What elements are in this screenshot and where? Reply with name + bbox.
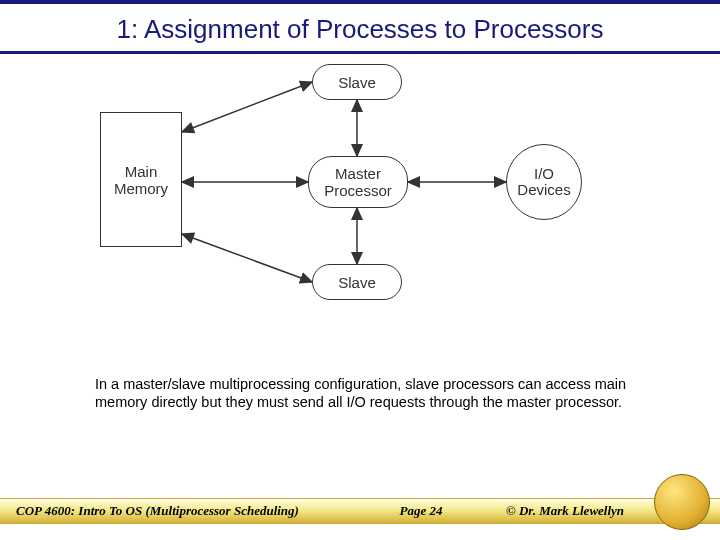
ucf-pegasus-logo [654,474,710,530]
node-master-label: Master Processor [324,165,392,200]
node-io-devices: I/O Devices [506,144,582,220]
footer: COP 4600: Intro To OS (Multiprocessor Sc… [0,498,720,524]
node-slave-bottom-label: Slave [338,274,376,291]
node-main-memory-label: Main Memory [114,163,168,197]
footer-page: Page 24 [356,503,486,519]
node-io-label: I/O Devices [517,166,570,199]
caption-text: In a master/slave multiprocessing config… [95,375,635,411]
svg-line-0 [182,82,312,132]
node-main-memory: Main Memory [100,112,182,247]
node-slave-bottom: Slave [312,264,402,300]
footer-course: COP 4600: Intro To OS (Multiprocessor Sc… [16,503,356,519]
slide-title: 1: Assignment of Processes to Processors [0,4,720,51]
node-slave-top: Slave [312,64,402,100]
node-master: Master Processor [308,156,408,208]
diagram-area: Main Memory Slave Master Processor Slave… [0,54,720,334]
node-slave-top-label: Slave [338,74,376,91]
footer-bar: COP 4600: Intro To OS (Multiprocessor Sc… [0,498,720,524]
svg-line-2 [182,234,312,282]
